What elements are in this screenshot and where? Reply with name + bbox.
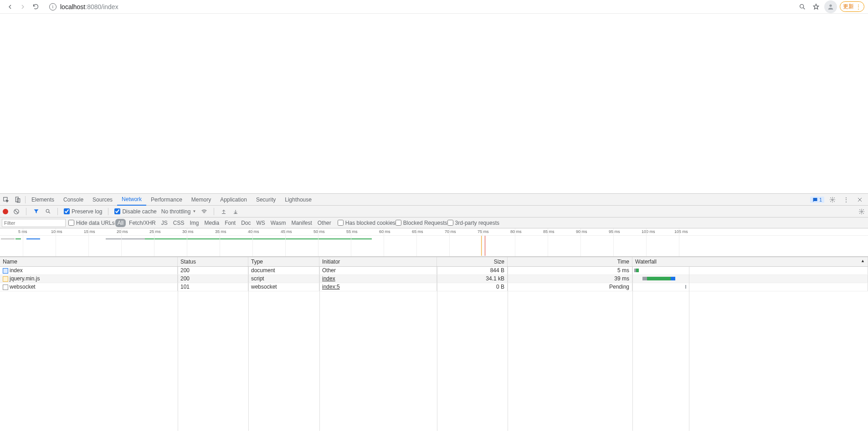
col-waterfall[interactable]: Waterfall▲ xyxy=(632,257,868,266)
request-waterfall xyxy=(632,267,868,274)
settings-gear-icon[interactable] xyxy=(827,194,838,205)
site-info-icon[interactable]: i xyxy=(49,3,56,10)
filter-type-img[interactable]: Img xyxy=(187,219,201,227)
timeline-tick: 105 ms xyxy=(674,229,688,234)
page-viewport xyxy=(0,14,868,193)
request-name: jquery.min.js xyxy=(10,275,40,282)
request-name: websocket xyxy=(10,284,36,290)
request-status: 200 xyxy=(178,275,248,283)
filter-type-wasm[interactable]: Wasm xyxy=(268,219,288,227)
tab-security[interactable]: Security xyxy=(252,194,280,206)
timeline-tick: 45 ms xyxy=(281,229,292,234)
network-table: Name Status Type Initiator Size Time Wat… xyxy=(0,257,868,440)
filter-type-manifest[interactable]: Manifest xyxy=(289,219,314,227)
request-initiator[interactable]: index:5 xyxy=(319,283,437,291)
col-type[interactable]: Type xyxy=(248,257,319,266)
request-size: 34.1 kB xyxy=(437,275,508,283)
filter-type-media[interactable]: Media xyxy=(202,219,221,227)
url-text: localhost:8080/index xyxy=(60,3,118,10)
col-time[interactable]: Time xyxy=(508,257,632,266)
blocked-requests-checkbox[interactable]: Blocked Requests xyxy=(395,220,447,226)
record-button[interactable] xyxy=(3,209,8,214)
preserve-log-checkbox[interactable]: Preserve log xyxy=(64,208,102,215)
col-initiator[interactable]: Initiator xyxy=(319,257,437,266)
hide-data-urls-checkbox[interactable]: Hide data URLs xyxy=(68,220,115,226)
timeline-tick: 70 ms xyxy=(445,229,456,234)
request-type: websocket xyxy=(248,283,319,291)
filter-type-fetch[interactable]: Fetch/XHR xyxy=(127,219,158,227)
filter-type-js[interactable]: JS xyxy=(159,219,170,227)
svg-point-5 xyxy=(832,199,833,201)
col-status[interactable]: Status xyxy=(178,257,248,266)
address-bar[interactable]: i localhost:8080/index xyxy=(46,0,797,13)
third-party-checkbox[interactable]: 3rd-party requests xyxy=(447,220,499,226)
blocked-cookies-checkbox[interactable]: Has blocked cookies xyxy=(338,220,395,226)
forward-button[interactable] xyxy=(16,0,29,13)
tab-sources[interactable]: Sources xyxy=(88,194,117,206)
timeline-tick: 80 ms xyxy=(510,229,522,234)
zoom-icon[interactable] xyxy=(797,1,808,12)
devtools-panel: Elements Console Sources Network Perform… xyxy=(0,193,868,440)
tab-lighthouse[interactable]: Lighthouse xyxy=(280,194,316,206)
table-row[interactable]: websocket101websocketindex:50 BPending xyxy=(0,283,868,291)
download-har-icon[interactable] xyxy=(232,208,239,215)
throttling-select[interactable]: No throttling▼ xyxy=(161,208,196,215)
bookmark-star-icon[interactable] xyxy=(811,1,822,12)
issues-badge[interactable]: 1 xyxy=(810,197,824,203)
tab-memory[interactable]: Memory xyxy=(187,194,216,206)
tab-console[interactable]: Console xyxy=(59,194,88,206)
disable-cache-checkbox[interactable]: Disable cache xyxy=(114,208,156,215)
request-status: 200 xyxy=(178,267,248,274)
file-doc-icon xyxy=(3,268,8,274)
timeline-overview[interactable]: 5 ms10 ms15 ms20 ms25 ms30 ms35 ms40 ms4… xyxy=(0,228,868,257)
request-initiator[interactable]: index xyxy=(319,275,437,283)
filter-type-font[interactable]: Font xyxy=(222,219,238,227)
timeline-tick: 85 ms xyxy=(543,229,555,234)
network-settings-icon[interactable] xyxy=(858,208,865,215)
svg-point-7 xyxy=(46,209,49,212)
timeline-tick: 25 ms xyxy=(149,229,161,234)
filter-type-all[interactable]: All xyxy=(115,219,126,227)
svg-point-8 xyxy=(861,211,863,212)
timeline-tick: 30 ms xyxy=(182,229,194,234)
request-type: script xyxy=(248,275,319,283)
network-toolbar: Preserve log Disable cache No throttling… xyxy=(0,206,868,217)
inspect-element-icon[interactable] xyxy=(0,194,12,206)
filter-input[interactable] xyxy=(2,219,66,227)
timeline-tick: 90 ms xyxy=(576,229,587,234)
tab-application[interactable]: Application xyxy=(216,194,252,206)
more-menu-icon[interactable]: ⋮ xyxy=(841,194,852,205)
col-name[interactable]: Name xyxy=(0,257,178,266)
timeline-tick: 50 ms xyxy=(313,229,325,234)
table-row[interactable]: index200documentOther844 B5 ms xyxy=(0,267,868,275)
clear-icon[interactable] xyxy=(13,208,20,215)
upload-har-icon[interactable] xyxy=(220,208,227,215)
filter-type-other[interactable]: Other xyxy=(315,219,334,227)
profile-avatar[interactable] xyxy=(824,0,837,13)
filter-type-doc[interactable]: Doc xyxy=(239,219,253,227)
update-button[interactable]: 更新⋮ xyxy=(840,1,864,12)
filter-type-ws[interactable]: WS xyxy=(254,219,267,227)
tab-network[interactable]: Network xyxy=(117,194,146,206)
network-conditions-icon[interactable] xyxy=(200,208,208,215)
close-devtools-icon[interactable] xyxy=(854,194,865,205)
svg-point-1 xyxy=(829,4,832,6)
request-initiator[interactable]: Other xyxy=(319,267,437,274)
tab-elements[interactable]: Elements xyxy=(27,194,59,206)
tab-performance[interactable]: Performance xyxy=(146,194,187,206)
device-toolbar-icon[interactable] xyxy=(12,194,24,206)
timeline-tick: 40 ms xyxy=(248,229,259,234)
back-button[interactable] xyxy=(4,0,16,13)
timeline-tick: 15 ms xyxy=(84,229,95,234)
col-size[interactable]: Size xyxy=(437,257,508,266)
filter-funnel-icon[interactable] xyxy=(32,208,40,215)
svg-point-0 xyxy=(800,4,804,8)
table-row[interactable]: jquery.min.js200scriptindex34.1 kB39 ms xyxy=(0,275,868,283)
request-waterfall xyxy=(632,275,868,283)
table-header: Name Status Type Initiator Size Time Wat… xyxy=(0,257,868,267)
filter-type-css[interactable]: CSS xyxy=(171,219,187,227)
search-icon[interactable] xyxy=(44,208,51,215)
file-ws-icon xyxy=(3,285,8,290)
reload-button[interactable] xyxy=(29,0,42,13)
timeline-tick: 95 ms xyxy=(609,229,620,234)
